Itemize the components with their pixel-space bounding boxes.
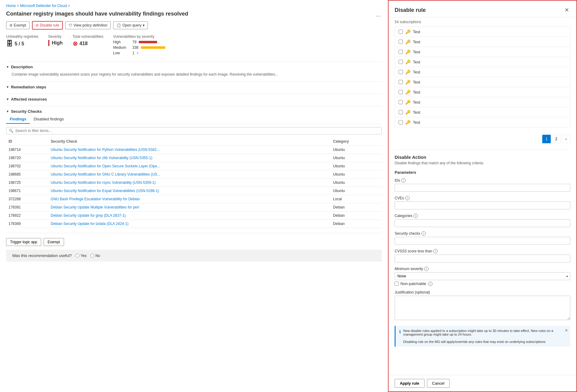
description-chevron: ▼ — [6, 65, 9, 69]
key-icon: 🔑 — [405, 49, 410, 54]
high-vuln-row: High 79 — [113, 40, 165, 44]
row-check: Ubuntu Security Notification for zlib Vu… — [48, 154, 331, 162]
row-check: Ubuntu Security Notification for Expat V… — [48, 187, 331, 195]
disable-rule-button[interactable]: ⊘ Disable rule — [32, 21, 63, 30]
col-security-check: Security Check — [48, 137, 331, 146]
search-input[interactable] — [15, 129, 379, 133]
subscription-name: Test — [413, 30, 420, 34]
subscription-count: 54 subscriptions — [395, 20, 570, 24]
drawer-footer: Apply rule Cancel — [389, 375, 576, 391]
security-checks-info-icon[interactable]: i — [421, 231, 426, 236]
row-check-link[interactable]: Ubuntu Security Notification for zlib Vu… — [51, 156, 152, 160]
view-policy-button[interactable]: 🛡 View policy definition — [65, 21, 111, 29]
row-check-link[interactable]: Ubuntu Security Notification for Expat V… — [51, 189, 159, 193]
feedback-no-radio[interactable] — [90, 254, 94, 258]
exempt-button[interactable]: ⊘ Exempt — [6, 21, 30, 29]
feedback-no-label[interactable]: No — [90, 254, 100, 258]
subscription-list: 🔑 Test 🔑 Test 🔑 Test 🔑 Test 🔑 Test 🔑 Tes… — [395, 27, 570, 127]
cvss3-info-icon[interactable]: i — [433, 249, 438, 253]
exempt-icon: ⊘ — [9, 23, 13, 27]
feedback-yes-radio[interactable] — [75, 254, 79, 258]
cves-input[interactable] — [395, 201, 570, 209]
min-severity-info-icon[interactable]: i — [424, 267, 428, 271]
row-check: Ubuntu Security Notification for Python … — [48, 146, 331, 154]
page-next-button[interactable]: › — [562, 135, 570, 143]
disable-rule-icon: ⊘ — [36, 23, 39, 27]
subscription-checkbox[interactable] — [399, 110, 403, 114]
categories-input[interactable] — [395, 219, 570, 227]
page-2-button[interactable]: 2 — [552, 135, 561, 143]
open-query-icon: 📋 — [116, 23, 121, 27]
non-patchable-row: Non-patchable i — [395, 281, 570, 286]
info-banner-close-button[interactable]: ✕ — [565, 328, 568, 333]
cvss3-input[interactable] — [395, 255, 570, 262]
row-check-link[interactable]: Ubuntu Security Notification for GNU C L… — [51, 172, 160, 176]
subscription-checkbox[interactable] — [399, 50, 403, 54]
table-row: 198685 Ubuntu Security Notification for … — [6, 170, 382, 179]
row-check-link[interactable]: Debian Security Update Multiple Vulnerab… — [51, 205, 139, 209]
row-id: 198702 — [6, 162, 48, 170]
row-check-link[interactable]: Debian Security Update for tzdata (DLA 2… — [51, 222, 128, 226]
breadcrumb: Home > Microsoft Defender for Cloud > — [6, 4, 382, 8]
subscription-checkbox[interactable] — [399, 100, 403, 104]
subscription-name: Test — [413, 100, 420, 105]
vulnerabilities-by-severity: Vulnerabilities by severity High 79 Medi… — [113, 34, 165, 55]
tab-findings[interactable]: Findings — [6, 115, 30, 124]
subscription-checkbox[interactable] — [399, 60, 403, 64]
non-patchable-info-icon[interactable]: i — [428, 282, 432, 286]
ids-input[interactable] — [395, 184, 570, 192]
subscription-checkbox[interactable] — [399, 70, 403, 74]
open-query-button[interactable]: 📋 Open query ▾ — [113, 21, 148, 29]
key-icon: 🔑 — [405, 69, 410, 74]
non-patchable-checkbox[interactable] — [395, 282, 399, 286]
row-check-link[interactable]: Ubuntu Security Notification for Open Se… — [51, 164, 160, 168]
subscription-name: Test — [413, 90, 420, 94]
row-check: Debian Security Update Multiple Vulnerab… — [48, 203, 331, 212]
remediation-header[interactable]: ▼ Remediation steps — [6, 85, 382, 89]
description-header[interactable]: ▼ Description — [6, 65, 382, 69]
close-button[interactable]: ✕ — [563, 5, 570, 15]
total-vulnerabilities-metric: Total vulnerabilities ⊗ 418 — [73, 34, 103, 47]
tab-disabled-findings[interactable]: Disabled findings — [30, 115, 67, 124]
cancel-button-footer[interactable]: Cancel — [427, 379, 450, 388]
subscription-checkbox[interactable] — [399, 30, 403, 34]
subscription-name: Test — [413, 80, 420, 84]
subscription-checkbox[interactable] — [399, 80, 403, 84]
cves-info-icon[interactable]: i — [405, 196, 410, 200]
list-item: 🔑 Test — [395, 77, 570, 87]
medium-vuln-row: Medium 338 — [113, 45, 165, 50]
subscription-name: Test — [413, 110, 420, 115]
breadcrumb-product[interactable]: Microsoft Defender for Cloud — [20, 4, 67, 8]
row-id: 198671 — [6, 187, 48, 195]
row-check-link[interactable]: GNU Bash Privilege Escalation Vulnerabil… — [51, 197, 140, 201]
low-vuln-row: Low 1 — [113, 51, 165, 55]
row-check-link[interactable]: Ubuntu Security Notification for Python … — [51, 148, 159, 152]
subscription-checkbox[interactable] — [399, 120, 403, 124]
security-checks-input[interactable] — [395, 237, 570, 245]
more-options-button[interactable]: ... — [375, 10, 382, 19]
justification-label: Justification (optional) — [395, 290, 570, 294]
trigger-logic-app-button[interactable]: Trigger logic app — [6, 238, 41, 246]
cves-label: CVEs i — [395, 196, 570, 200]
security-checks-header[interactable]: ▼ Security Checks — [6, 109, 382, 114]
subscription-checkbox[interactable] — [399, 40, 403, 44]
feedback-yes-label[interactable]: Yes — [75, 254, 87, 258]
row-category: Ubuntu — [331, 170, 382, 179]
row-category: Ubuntu — [331, 179, 382, 187]
justification-textarea[interactable] — [395, 296, 570, 320]
affected-resources-header[interactable]: ▼ Affected resources — [6, 97, 382, 102]
categories-info-icon[interactable]: i — [414, 214, 418, 218]
page-1-button[interactable]: 1 — [542, 135, 551, 143]
row-check: GNU Bash Privilege Escalation Vulnerabil… — [48, 195, 331, 203]
affected-chevron: ▼ — [6, 98, 9, 101]
row-category: Debian — [331, 203, 382, 212]
row-check-link[interactable]: Ubuntu Security Notification for rsync V… — [51, 180, 156, 185]
breadcrumb-home[interactable]: Home — [6, 4, 16, 8]
row-check-link[interactable]: Debian Security Update for gmp (DLA 2837… — [51, 213, 125, 218]
apply-rule-button[interactable]: Apply rule — [395, 379, 425, 388]
ids-info-icon[interactable]: i — [401, 178, 406, 183]
exempt-bottom-button[interactable]: Exempt — [44, 238, 64, 246]
error-icon: ⊗ — [73, 40, 78, 47]
min-severity-select[interactable]: None Low Medium High — [395, 272, 570, 280]
subscription-checkbox[interactable] — [399, 90, 403, 94]
